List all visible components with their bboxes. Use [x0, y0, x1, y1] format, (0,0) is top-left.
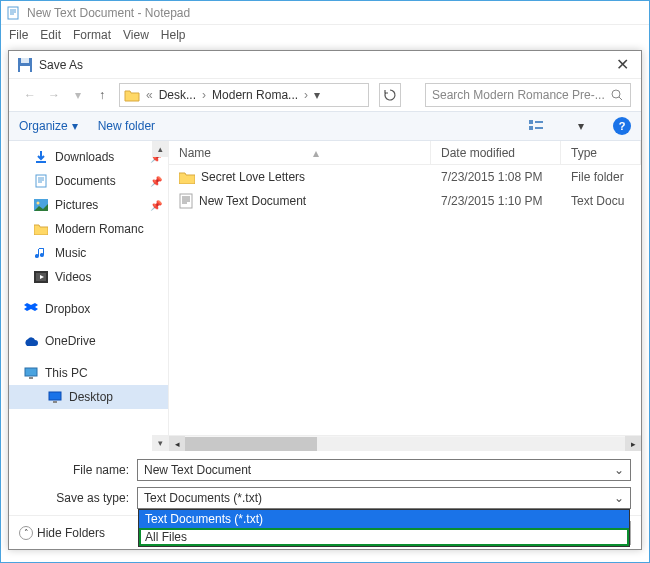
chevron-right-icon: ›: [302, 88, 310, 102]
notepad-title: New Text Document - Notepad: [27, 6, 190, 20]
monitor-icon: [23, 365, 39, 381]
onedrive-icon: [23, 333, 39, 349]
menu-help[interactable]: Help: [161, 28, 186, 42]
file-type: Text Docu: [561, 194, 641, 208]
sidebar-item-modern-romance[interactable]: Modern Romanc: [9, 217, 168, 241]
save-as-type-dropdown: Text Documents (*.txt) All Files: [138, 509, 630, 547]
search-input[interactable]: Search Modern Romance Pre-...: [425, 83, 631, 107]
save-as-type-value: Text Documents (*.txt): [144, 491, 262, 505]
sidebar-item-label: Videos: [55, 270, 91, 284]
pictures-icon: [33, 197, 49, 213]
sidebar-item-dropbox[interactable]: Dropbox: [9, 297, 168, 321]
save-as-type-label: Save as type:: [19, 491, 129, 505]
sidebar-scroll-up[interactable]: ▴: [152, 141, 168, 157]
chevron-up-icon: ˄: [19, 526, 33, 540]
column-name[interactable]: Name▴: [169, 141, 431, 164]
sort-indicator-icon: ▴: [313, 146, 319, 160]
refresh-button[interactable]: [379, 83, 401, 107]
file-date: 7/23/2015 1:10 PM: [431, 194, 561, 208]
file-list[interactable]: Secret Love Letters 7/23/2015 1:08 PM Fi…: [169, 165, 641, 435]
search-icon: [610, 88, 624, 102]
sidebar-scroll-down[interactable]: ▾: [152, 435, 168, 451]
sidebar-item-this-pc[interactable]: This PC: [9, 361, 168, 385]
view-options-button[interactable]: [525, 116, 549, 136]
breadcrumb-dropdown[interactable]: ▾: [310, 88, 324, 102]
up-button[interactable]: ↑: [91, 84, 113, 106]
file-list-header: Name▴ Date modified Type: [169, 141, 641, 165]
sidebar-item-label: Modern Romanc: [55, 222, 144, 236]
sidebar-item-music[interactable]: Music: [9, 241, 168, 265]
horizontal-scrollbar[interactable]: ◂ ▸: [169, 435, 641, 451]
breadcrumb-part-2[interactable]: Modern Roma...: [208, 88, 302, 102]
file-date: 7/23/2015 1:08 PM: [431, 170, 561, 184]
breadcrumb-sep: «: [144, 88, 155, 102]
svg-rect-2: [21, 58, 29, 63]
sidebar-item-downloads[interactable]: Downloads 📌: [9, 145, 168, 169]
sidebar-item-documents[interactable]: Documents 📌: [9, 169, 168, 193]
sidebar-item-pictures[interactable]: Pictures 📌: [9, 193, 168, 217]
sidebar-item-onedrive[interactable]: OneDrive: [9, 329, 168, 353]
close-button[interactable]: ✕: [612, 55, 633, 74]
svg-rect-0: [8, 7, 18, 19]
pin-icon: 📌: [150, 200, 162, 211]
form-area: File name: New Text Document ⌄ Save as t…: [9, 451, 641, 515]
dropbox-icon: [23, 301, 39, 317]
scrollbar-track[interactable]: [185, 437, 625, 451]
nav-row: ← → ▾ ↑ « Desk... › Modern Roma... › ▾ S…: [9, 79, 641, 111]
breadcrumb[interactable]: « Desk... › Modern Roma... › ▾: [119, 83, 369, 107]
file-list-area: Name▴ Date modified Type Secret Love Let…: [169, 141, 641, 451]
chevron-down-icon[interactable]: ⌄: [614, 491, 624, 505]
type-option-all-files[interactable]: All Files: [139, 528, 629, 546]
sidebar-item-label: Pictures: [55, 198, 98, 212]
folder-icon: [124, 86, 142, 104]
menu-edit[interactable]: Edit: [40, 28, 61, 42]
music-icon: [33, 245, 49, 261]
svg-rect-6: [529, 126, 533, 130]
sidebar-item-label: Music: [55, 246, 86, 260]
organize-menu[interactable]: Organize ▾: [19, 119, 78, 133]
chevron-down-icon[interactable]: ⌄: [614, 463, 624, 477]
file-name: New Text Document: [199, 194, 306, 208]
back-button[interactable]: ←: [19, 84, 41, 106]
file-row[interactable]: Secret Love Letters 7/23/2015 1:08 PM Fi…: [169, 165, 641, 189]
menu-format[interactable]: Format: [73, 28, 111, 42]
filename-input[interactable]: New Text Document ⌄: [137, 459, 631, 481]
dialog-titlebar: Save As ✕: [9, 51, 641, 79]
download-icon: [33, 149, 49, 165]
column-date[interactable]: Date modified: [431, 141, 561, 164]
svg-point-4: [612, 90, 620, 98]
notepad-titlebar: New Text Document - Notepad: [1, 1, 649, 25]
save-icon: [17, 57, 33, 73]
column-type[interactable]: Type: [561, 141, 641, 164]
new-folder-button[interactable]: New folder: [98, 119, 155, 133]
file-type: File folder: [561, 170, 641, 184]
menu-file[interactable]: File: [9, 28, 28, 42]
svg-rect-7: [535, 121, 543, 123]
filename-value: New Text Document: [144, 463, 251, 477]
chevron-right-icon: ›: [200, 88, 208, 102]
view-dropdown[interactable]: ▾: [569, 116, 593, 136]
scrollbar-thumb[interactable]: [185, 437, 317, 451]
sidebar-item-label: Documents: [55, 174, 116, 188]
menu-view[interactable]: View: [123, 28, 149, 42]
scroll-right[interactable]: ▸: [625, 436, 641, 452]
notepad-menubar: File Edit Format View Help: [1, 25, 649, 45]
sidebar-item-label: Dropbox: [45, 302, 90, 316]
folder-icon: [33, 221, 49, 237]
svg-rect-8: [535, 127, 543, 129]
forward-button[interactable]: →: [43, 84, 65, 106]
save-as-type-select[interactable]: Text Documents (*.txt) ⌄ Text Documents …: [137, 487, 631, 509]
sidebar: ▴ Downloads 📌 Documents 📌 Pictures 📌 Mod…: [9, 141, 169, 451]
save-as-dialog: Save As ✕ ← → ▾ ↑ « Desk... › Modern Rom…: [8, 50, 642, 550]
recent-dropdown[interactable]: ▾: [67, 84, 89, 106]
sidebar-item-videos[interactable]: Videos: [9, 265, 168, 289]
breadcrumb-part-1[interactable]: Desk...: [155, 88, 200, 102]
svg-rect-9: [36, 175, 46, 187]
scroll-left[interactable]: ◂: [169, 436, 185, 452]
hide-folders-button[interactable]: ˄ Hide Folders: [19, 526, 105, 540]
help-button[interactable]: ?: [613, 117, 631, 135]
pin-icon: 📌: [150, 176, 162, 187]
sidebar-item-desktop[interactable]: Desktop: [9, 385, 168, 409]
file-row[interactable]: New Text Document 7/23/2015 1:10 PM Text…: [169, 189, 641, 213]
type-option-txt[interactable]: Text Documents (*.txt): [139, 510, 629, 528]
